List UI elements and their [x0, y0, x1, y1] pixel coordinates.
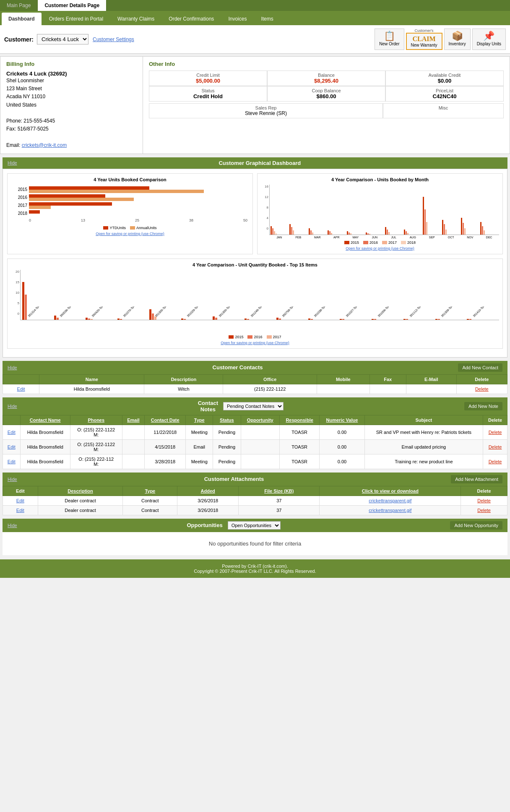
note-delete-1[interactable]: Delete [489, 430, 502, 435]
notes-col-type: Type [186, 415, 213, 425]
notes-col-opportunity: Opportunity [241, 415, 279, 425]
note-row: Edit Hilda Broomsfield O: (215) 222-1122… [3, 439, 507, 454]
billing-title: Billing Info [6, 61, 137, 67]
att-link-1[interactable]: crickettransparent.gif [369, 498, 411, 503]
dashboard-title: Customer Graphical Dashboard [17, 160, 502, 166]
att-col-added: Added [177, 486, 239, 496]
customer-settings-link[interactable]: Customer Settings [93, 37, 134, 42]
credit-limit-cell: Credit Limit $5,000.00 [149, 70, 267, 86]
chart1-link[interactable]: Open for saving or printing (use Chrome) [11, 232, 249, 236]
notes-col-email: Email [122, 415, 145, 425]
add-note-button[interactable]: Add New Note [464, 402, 502, 410]
notes-table: Contact Name Phones Email Contact Date T… [3, 415, 507, 469]
chart-monthly: 4 Year Comparison - Units Booked by Mont… [257, 173, 503, 254]
att-delete-2[interactable]: Delete [477, 508, 491, 513]
dashboard-hide[interactable]: Hide [8, 160, 17, 165]
note-delete-3[interactable]: Delete [489, 459, 502, 464]
notes-col-responsible: Responsible [279, 415, 319, 425]
nav-tab-items[interactable]: Items [254, 13, 280, 25]
balance-cell: Balance $8,295.40 [267, 70, 385, 86]
chart2-link[interactable]: Open for saving or printing (use Chrome) [261, 246, 499, 251]
att-col-description: Description [38, 486, 123, 496]
inventory-label: Inventory [449, 42, 466, 46]
att-edit-1[interactable]: Edit [16, 498, 24, 503]
no-opportunities: No opportunities found for filter criter… [3, 532, 507, 555]
contact-delete-link[interactable]: Delete [475, 386, 489, 392]
notes-filter-select[interactable]: Pending Contact Notes [223, 402, 284, 410]
note-edit-3[interactable]: Edit [8, 459, 16, 464]
notes-col-date: Contact Date [145, 415, 186, 425]
attachment-row: Edit Dealer contract Contract 3/26/2018 … [3, 505, 507, 515]
coop-balance-cell: Coop Balance $860.00 [267, 86, 385, 102]
note-row: Edit Hilda Broomsfield O: (215) 222-112M… [3, 454, 507, 469]
contact-name: Hilda Broomsfield [39, 384, 144, 394]
attachment-row: Edit Dealer contract Contract 3/26/2018 … [3, 496, 507, 505]
att-col-delete: Delete [461, 486, 507, 496]
chart-top15: 4 Year Comparison - Unit Quantity Booked… [7, 258, 503, 349]
note-row: Edit Hilda Broomsfield O: (215) 222-1122… [3, 425, 507, 439]
nav-tab-dashboard[interactable]: Dashboard [2, 13, 42, 25]
notes-col-phones: Phones [70, 415, 122, 425]
contact-mobile [317, 384, 369, 394]
attachments-hide[interactable]: Hide [8, 477, 17, 482]
available-credit-cell: Available Credit $0.00 [385, 70, 504, 86]
customer-label: Customer: [4, 36, 34, 43]
inventory-icon: 📦 [452, 31, 463, 42]
tab-customer-details[interactable]: Customer Details Page [38, 0, 107, 11]
inventory-button[interactable]: 📦 Inventory [444, 29, 471, 50]
email-link[interactable]: crickets@crik-it.com [22, 142, 67, 148]
contact-row: Edit Hilda Broomsfield Witch (215) 222-1… [3, 384, 507, 394]
chart3-link[interactable]: Open for saving or printing (use Chrome) [11, 341, 499, 345]
col-name: Name [39, 374, 144, 384]
notes-col-contact: Contact Name [20, 415, 70, 425]
status-cell: Status Credit Hold [149, 86, 267, 102]
new-order-button[interactable]: 📋 New Order [375, 29, 404, 50]
col-delete: Delete [456, 374, 507, 384]
new-warranty-button[interactable]: CLAIM New Warranty [406, 33, 442, 50]
opps-filter-select[interactable]: Open Opportunities [228, 521, 281, 530]
note-edit-1[interactable]: Edit [8, 430, 16, 435]
tab-main-page[interactable]: Main Page [0, 0, 38, 11]
col-description: Description [144, 374, 223, 384]
contacts-table: Name Description Office Mobile Fax E-Mai… [3, 374, 507, 394]
billing-address: Shel Loonmisher 123 Main Street Acadia N… [6, 77, 137, 149]
display-units-button[interactable]: 📌 Display Units [472, 29, 506, 50]
att-link-2[interactable]: crickettransparent.gif [369, 508, 411, 513]
contact-fax [369, 384, 406, 394]
att-edit-2[interactable]: Edit [16, 508, 24, 513]
opps-title: Opportunities [187, 522, 222, 528]
nav-tab-confirmations[interactable]: Order Confirmations [162, 13, 221, 25]
pricelist-cell: PriceList C42NC40 [385, 86, 504, 102]
opps-hide[interactable]: Hide [8, 523, 17, 528]
nav-tab-invoices[interactable]: Invoices [221, 13, 253, 25]
contact-description: Witch [144, 384, 223, 394]
email-label: Email: [6, 142, 20, 148]
sales-rep-cell: Sales Rep Steve Rennie (SR) [149, 103, 383, 118]
attachments-title: Customer Attachments [17, 476, 451, 482]
attachments-table: Edit Description Type Added File Size (K… [3, 486, 507, 515]
add-contact-button[interactable]: Add New Contact [458, 363, 502, 372]
notes-col-status: Status [213, 415, 241, 425]
col-office: Office [223, 374, 317, 384]
new-order-icon: 📋 [384, 31, 395, 42]
footer: Powered by Crik-IT (crik-it.com). Copyri… [0, 559, 510, 578]
att-delete-1[interactable]: Delete [477, 498, 491, 503]
billing-company: Crickets 4 Luck (32692) [6, 70, 137, 77]
claim-icon: CLAIM [412, 35, 435, 43]
notes-hide[interactable]: Hide [8, 404, 17, 409]
att-col-edit: Edit [3, 486, 38, 496]
contacts-hide[interactable]: Hide [8, 365, 17, 370]
customer-select[interactable]: Crickets 4 Luck [37, 34, 88, 44]
note-delete-2[interactable]: Delete [489, 444, 502, 449]
add-opportunity-button[interactable]: Add New Opportunity [450, 521, 502, 530]
display-units-label: Display Units [477, 42, 501, 46]
add-attachment-button[interactable]: Add New Attachment [451, 475, 502, 483]
att-col-link: Click to view or download [320, 486, 461, 496]
nav-tab-orders[interactable]: Orders Entered in Portal [42, 13, 110, 25]
contact-edit-link[interactable]: Edit [17, 386, 25, 392]
col-edit [3, 374, 39, 384]
note-edit-2[interactable]: Edit [8, 444, 16, 449]
notes-col-numeric: Numeric Value [320, 415, 364, 425]
nav-tab-warranty[interactable]: Warranty Claims [111, 13, 161, 25]
col-mobile: Mobile [317, 374, 369, 384]
